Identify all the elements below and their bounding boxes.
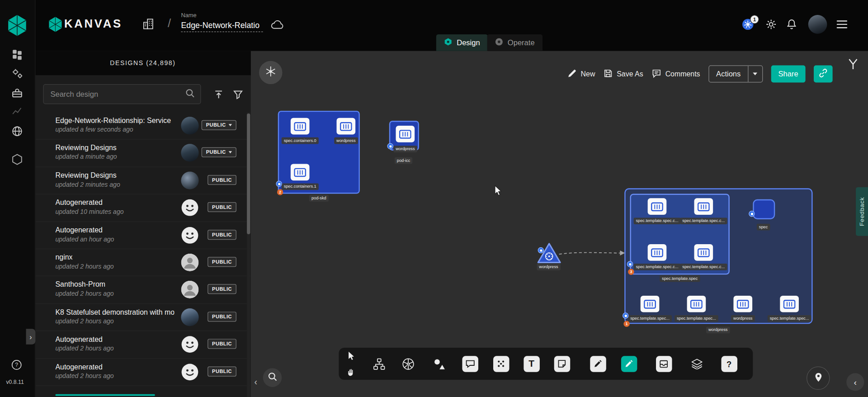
- pen-tool-icon[interactable]: [587, 353, 609, 374]
- organization-icon[interactable]: [142, 18, 154, 30]
- shapes-icon[interactable]: [429, 353, 450, 374]
- node-pod-icc[interactable]: wordpress: [389, 121, 419, 151]
- save-as-button[interactable]: Save As: [604, 68, 643, 79]
- design-list-item[interactable]: Autogenerated updated 2 hours ago PUBLIC: [35, 359, 251, 386]
- pan-hand-icon[interactable]: [341, 361, 362, 382]
- container-label: wordpress: [393, 146, 417, 152]
- design-list-item[interactable]: Reviewing Designs updated a minute ago P…: [35, 140, 251, 167]
- design-name: K8 Statefulset demonstration with mo: [55, 307, 175, 316]
- settings-gear-icon[interactable]: [765, 19, 776, 30]
- copy-link-button[interactable]: [814, 65, 833, 82]
- design-list-item[interactable]: Autogenerated updated 2 hours ago PUBLIC: [35, 331, 251, 358]
- cluster-status-button[interactable]: [259, 61, 282, 84]
- visibility-badge[interactable]: PUBLIC: [208, 230, 236, 240]
- hierarchy-icon[interactable]: [369, 353, 390, 374]
- dice-icon[interactable]: [491, 353, 512, 374]
- visibility-badge[interactable]: PUBLIC: [208, 257, 236, 267]
- kanvas-logo-icon[interactable]: [7, 14, 28, 37]
- design-list-item[interactable]: Santhosh-Prom updated 2 hours ago PUBLIC: [35, 276, 251, 303]
- drawer-icon[interactable]: [653, 353, 675, 374]
- scrollbar-thumb[interactable]: [247, 113, 250, 234]
- visibility-badge[interactable]: PUBLIC: [208, 339, 236, 349]
- help-icon[interactable]: ?: [11, 359, 22, 370]
- container-icon[interactable]: [291, 118, 310, 135]
- new-button[interactable]: New: [567, 68, 595, 79]
- design-name: Autogenerated: [55, 226, 102, 234]
- node-deployment-wordpress[interactable]: spec.template.spec.c... spec.template.sp…: [624, 188, 812, 324]
- share-button[interactable]: Share: [771, 65, 806, 82]
- visibility-badge[interactable]: PUBLIC: [208, 312, 236, 321]
- filter-icon[interactable]: [233, 90, 243, 99]
- container-icon[interactable]: [396, 126, 415, 142]
- dashboard-icon[interactable]: [11, 48, 23, 61]
- notifications-bell-icon[interactable]: [787, 19, 797, 30]
- search-input[interactable]: [49, 90, 185, 99]
- container-icon[interactable]: [336, 118, 355, 135]
- hamburger-menu-icon[interactable]: [837, 18, 847, 30]
- actions-dropdown-button[interactable]: Actions: [708, 65, 763, 82]
- design-name-input[interactable]: [181, 20, 263, 32]
- visibility-badge[interactable]: PUBLIC: [208, 202, 236, 212]
- freehand-draw-icon[interactable]: [618, 353, 640, 374]
- metrics-chart-icon[interactable]: [12, 106, 23, 116]
- node-pod-template-group[interactable]: spec.template.spec.c... spec.template.sp…: [630, 194, 729, 275]
- node-status-badge-icon: [627, 261, 633, 267]
- user-avatar[interactable]: [808, 15, 827, 34]
- smiley-avatar: [181, 363, 198, 381]
- kubernetes-icon[interactable]: [397, 353, 419, 374]
- new-label: New: [581, 70, 595, 78]
- layers-icon[interactable]: [686, 353, 708, 374]
- visibility-badge[interactable]: PUBLIC: [202, 120, 236, 130]
- tab-design[interactable]: Design: [436, 34, 488, 51]
- design-list-item[interactable]: Edge-Network-Relationship: Service updat…: [35, 113, 251, 140]
- visibility-badge[interactable]: PUBLIC: [208, 284, 236, 294]
- search-icon: [185, 88, 195, 100]
- kanvas-mark-icon[interactable]: [11, 153, 23, 165]
- visibility-badge[interactable]: PUBLIC: [202, 147, 236, 157]
- container-icon[interactable]: [648, 244, 667, 261]
- container-icon[interactable]: [780, 296, 799, 312]
- text-tool-icon[interactable]: T: [521, 353, 542, 374]
- toolbox-icon[interactable]: [11, 87, 23, 99]
- container-icon[interactable]: [687, 296, 706, 312]
- chevron-down-icon[interactable]: [748, 66, 762, 82]
- comments-button[interactable]: Comments: [651, 68, 700, 79]
- collapse-panel-icon[interactable]: ‹: [254, 377, 257, 387]
- panel-expand-handle[interactable]: ›: [26, 329, 36, 344]
- visibility-badge[interactable]: PUBLIC: [208, 366, 236, 376]
- design-list-item[interactable]: Autogenerated updated 10 minutes ago PUB…: [35, 194, 251, 222]
- container-icon[interactable]: [648, 198, 667, 215]
- container-label: spec.template.spec...: [768, 315, 811, 321]
- node-pod-skd[interactable]: spec.containers.0 wordpress spec.contain…: [278, 111, 360, 194]
- workspaces-gears-icon[interactable]: [11, 67, 23, 80]
- comment-tool-icon[interactable]: [459, 353, 481, 374]
- design-updated: updated 2 minutes ago: [55, 181, 120, 188]
- node-pod-spec[interactable]: [753, 199, 775, 219]
- container-icon[interactable]: [694, 198, 713, 215]
- toolbox-help-icon[interactable]: ?: [718, 353, 740, 374]
- design-canvas[interactable]: New Save As Comments Actions Share: [251, 51, 868, 397]
- tab-operate[interactable]: Operate: [487, 34, 542, 51]
- cloud-sync-icon[interactable]: [270, 19, 284, 29]
- merge-branch-icon[interactable]: [848, 59, 858, 70]
- design-list-item[interactable]: Autogenerated updated an hour ago PUBLIC: [35, 222, 251, 249]
- design-list-item[interactable]: Reviewing Designs updated 2 minutes ago …: [35, 167, 251, 194]
- svg-text:?: ?: [15, 362, 18, 368]
- container-label: spec.containers.1: [282, 183, 319, 189]
- catalog-globe-icon[interactable]: [11, 125, 23, 137]
- container-icon[interactable]: [291, 164, 310, 180]
- collapse-right-icon[interactable]: ‹: [846, 373, 864, 391]
- container-icon[interactable]: [733, 296, 752, 312]
- container-icon[interactable]: [641, 296, 660, 312]
- locate-button[interactable]: [807, 367, 830, 390]
- design-list-item[interactable]: K8 Statefulset demonstration with mo upd…: [35, 304, 251, 331]
- visibility-badge[interactable]: PUBLIC: [208, 175, 236, 185]
- design-name: Reviewing Designs: [55, 144, 116, 152]
- zoom-button[interactable]: [263, 368, 282, 387]
- design-list-item[interactable]: nginx updated 2 hours ago PUBLIC: [35, 249, 251, 276]
- container-icon[interactable]: [694, 244, 713, 261]
- import-design-icon[interactable]: [214, 90, 224, 99]
- search-box[interactable]: [43, 84, 201, 104]
- note-tool-icon[interactable]: [552, 353, 573, 374]
- feedback-tab[interactable]: Feedback: [856, 187, 868, 236]
